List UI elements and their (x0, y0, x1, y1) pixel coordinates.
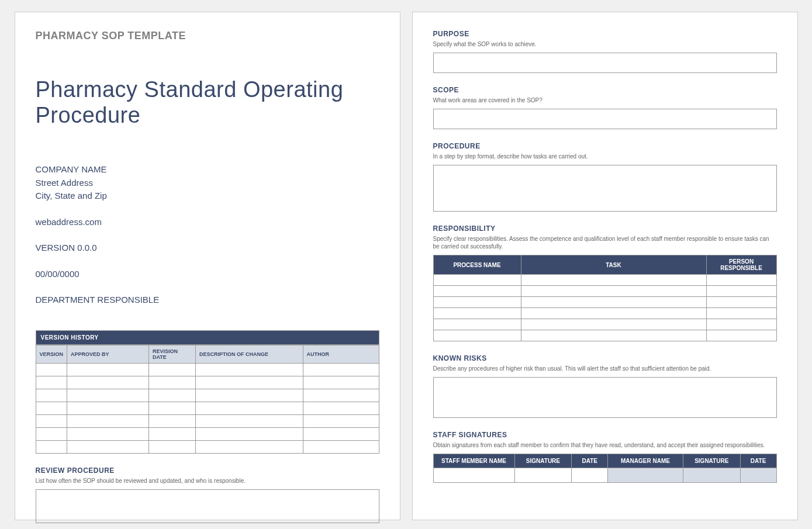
table-row (433, 297, 776, 308)
col-task: TASK (521, 255, 706, 275)
table-row (433, 330, 776, 341)
table-row (433, 275, 776, 286)
page-2: PURPOSE Specify what the SOP works to ac… (412, 12, 798, 520)
col-approved-by: APPROVED BY (67, 345, 149, 363)
purpose-heading: PURPOSE (433, 30, 777, 38)
responsibility-table: PROCESS NAME TASK PERSON RESPONSIBLE (433, 255, 777, 341)
table-header-row: VERSION APPROVED BY REVISION DATE DESCRI… (36, 345, 379, 363)
scope-desc: What work areas are covered in the SOP? (433, 96, 777, 104)
col-staff-signature: SIGNATURE (514, 454, 572, 468)
table-row (36, 389, 379, 402)
company-name: COMPANY NAME (36, 163, 379, 177)
col-process-name: PROCESS NAME (433, 255, 521, 275)
col-version: VERSION (36, 345, 67, 363)
known-risks-desc: Describe any procedures of higher risk t… (433, 365, 777, 372)
company-info-block: COMPANY NAME Street Address City, State … (36, 163, 379, 307)
table-row (433, 308, 776, 319)
city-state-zip: City, State and Zip (36, 189, 379, 203)
purpose-input[interactable] (433, 53, 777, 73)
table-row (36, 440, 379, 453)
procedure-input[interactable] (433, 165, 777, 212)
table-row (433, 286, 776, 297)
review-procedure-input[interactable] (36, 489, 379, 523)
col-manager-name: MANAGER NAME (608, 454, 683, 468)
review-procedure-heading: REVIEW PROCEDURE (36, 466, 379, 475)
known-risks-heading: KNOWN RISKS (433, 354, 777, 362)
review-procedure-desc: List how often the SOP should be reviewe… (36, 477, 379, 485)
col-staff-name: STAFF MEMBER NAME (433, 454, 514, 468)
page-1: PHARMACY SOP TEMPLATE Pharmacy Standard … (15, 12, 400, 520)
web-address: webaddress.com (36, 216, 379, 229)
table-row (36, 414, 379, 427)
col-manager-signature: SIGNATURE (683, 454, 740, 468)
table-row (36, 402, 379, 414)
template-header: PHARMACY SOP TEMPLATE (36, 30, 379, 42)
department-label: DEPARTMENT RESPONSIBLE (36, 293, 379, 307)
table-row (36, 427, 379, 440)
table-header-row: STAFF MEMBER NAME SIGNATURE DATE MANAGER… (433, 454, 776, 468)
procedure-heading: PROCEDURE (433, 142, 777, 150)
table-header-row: PROCESS NAME TASK PERSON RESPONSIBLE (433, 255, 776, 275)
col-revision-date: REVISION DATE (149, 345, 196, 363)
purpose-desc: Specify what the SOP works to achieve. (433, 40, 777, 48)
version-history-title: VERSION HISTORY (36, 330, 379, 345)
col-description: DESCRIPTION OF CHANGE (196, 345, 303, 363)
responsibility-desc: Specify clear responsibilities. Assess t… (433, 235, 777, 250)
col-author: AUTHOR (303, 345, 379, 363)
document-title: Pharmacy Standard Operating Procedure (36, 77, 379, 128)
procedure-desc: In a step by step format, describe how t… (433, 153, 777, 160)
table-row (433, 319, 776, 330)
street-address: Street Address (36, 177, 379, 190)
responsibility-heading: RESPONSIBILITY (433, 224, 777, 233)
table-row (36, 363, 379, 376)
scope-heading: SCOPE (433, 86, 777, 94)
table-row (433, 468, 776, 483)
scope-input[interactable] (433, 109, 777, 129)
known-risks-input[interactable] (433, 377, 777, 418)
table-row (36, 376, 379, 389)
staff-signatures-desc: Obtain signatures from each staff member… (433, 441, 777, 449)
staff-signatures-heading: STAFF SIGNATURES (433, 431, 777, 439)
col-person-responsible: PERSON RESPONSIBLE (706, 255, 776, 275)
signatures-table: STAFF MEMBER NAME SIGNATURE DATE MANAGER… (433, 454, 777, 483)
date-label: 00/00/0000 (36, 268, 379, 281)
version-label: VERSION 0.0.0 (36, 241, 379, 255)
col-staff-date: DATE (572, 454, 608, 468)
col-manager-date: DATE (740, 454, 776, 468)
version-history-table: VERSION APPROVED BY REVISION DATE DESCRI… (36, 345, 379, 454)
